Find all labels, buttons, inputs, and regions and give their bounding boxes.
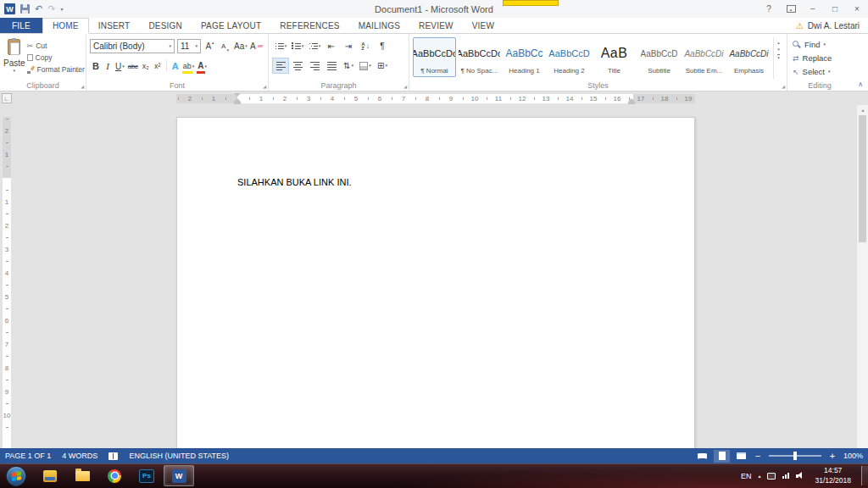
vertical-scrollbar[interactable]: ▴ (856, 105, 868, 448)
shrink-font-button[interactable]: A ▾ (219, 38, 231, 54)
sort-button[interactable]: A Z ↓ (357, 38, 374, 54)
find-button[interactable]: Find ▾ (793, 40, 849, 49)
tab-view[interactable]: VIEW (463, 18, 504, 33)
align-left-button[interactable] (272, 58, 289, 74)
styles-scroll-down-button[interactable]: ▾ (777, 47, 780, 52)
word-logo-icon[interactable]: W (4, 3, 15, 14)
tab-design[interactable]: DESIGN (139, 18, 192, 33)
styles-dialog-launcher[interactable]: ◢ (782, 85, 785, 89)
restore-button[interactable]: □ (824, 0, 846, 18)
replace-button[interactable]: ⇄ Replace (793, 53, 849, 63)
web-layout-button[interactable] (733, 450, 749, 463)
font-size-select[interactable]: 11 ▾ (177, 39, 201, 53)
zoom-slider-thumb[interactable] (793, 452, 797, 460)
style-heading-1[interactable]: AaBbCc Heading 1 (503, 37, 546, 77)
undo-button[interactable]: ↶ (35, 4, 42, 14)
tab-stop-selector[interactable]: ∟ (2, 93, 12, 103)
taskbar-word-button[interactable]: W (164, 465, 194, 486)
style-emphasis[interactable]: AaBbCcDi Emphasis (727, 37, 771, 77)
styles-more-button[interactable]: ▾ (777, 54, 780, 60)
clipboard-dialog-launcher[interactable]: ◢ (81, 85, 84, 89)
numbering-button[interactable]: ▾ (289, 38, 306, 54)
taskbar-yellow-app-button[interactable] (35, 465, 65, 486)
select-button[interactable]: ↖ Select ▾ (793, 67, 849, 76)
format-painter-button[interactable]: Format Painter (27, 65, 85, 74)
copy-button[interactable]: Copy (27, 53, 85, 62)
taskbar-chrome-button[interactable] (99, 465, 130, 486)
font-color-button[interactable]: A ▾ (196, 58, 209, 75)
paste-button[interactable]: Paste ▾ (3, 36, 25, 79)
change-case-button[interactable]: Aa ▾ (234, 38, 248, 54)
show-desktop-button[interactable] (861, 466, 868, 485)
zoom-out-button[interactable]: − (753, 451, 763, 461)
bullets-button[interactable]: ▾ (272, 38, 289, 54)
vertical-ruler[interactable]: 2112345678910 (0, 105, 14, 448)
decrease-indent-button[interactable]: ⇤ (323, 38, 340, 54)
zoom-slider[interactable] (769, 455, 821, 457)
clear-formatting-button[interactable]: A (250, 38, 263, 54)
display-tray-icon[interactable] (767, 473, 776, 480)
highlight-color-button[interactable]: ab ▾ (181, 58, 197, 75)
font-dialog-launcher[interactable]: ◢ (263, 85, 266, 89)
page-number-status[interactable]: PAGE 1 OF 1 (5, 452, 51, 460)
left-indent-marker[interactable] (234, 102, 241, 104)
first-line-indent-marker[interactable] (234, 93, 241, 97)
tab-mailings[interactable]: MAILINGS (349, 18, 409, 33)
style-normal[interactable]: AaBbCcDc ¶ Normal (413, 37, 456, 77)
increase-indent-button[interactable]: ⇥ (340, 38, 357, 54)
close-button[interactable]: × (846, 0, 868, 18)
taskbar-clock[interactable]: 14:57 31/12/2018 (811, 466, 854, 485)
zoom-percentage[interactable]: 100% (841, 452, 863, 460)
borders-button[interactable]: ⊞ ▾ (374, 58, 391, 74)
bold-button[interactable]: B (90, 58, 102, 75)
taskbar-photoshop-button[interactable]: Ps (131, 465, 162, 486)
print-layout-button[interactable] (714, 450, 730, 463)
style-title[interactable]: AaB Title (593, 37, 636, 77)
subscript-button[interactable]: x₂ (140, 58, 152, 75)
styles-scroll-up-button[interactable]: ▴ (777, 41, 780, 45)
align-right-button[interactable] (306, 58, 323, 74)
tab-review[interactable]: REVIEW (409, 18, 463, 33)
save-icon[interactable] (20, 4, 30, 14)
show-hide-formatting-button[interactable]: ¶ (374, 38, 391, 54)
paragraph-dialog-launcher[interactable]: ◢ (403, 85, 407, 89)
tab-page-layout[interactable]: PAGE LAYOUT (192, 18, 270, 33)
italic-button[interactable]: I (102, 58, 114, 75)
scrollbar-thumb[interactable] (859, 115, 866, 242)
grow-font-button[interactable]: A ▴ (203, 38, 216, 54)
start-button[interactable] (6, 466, 26, 486)
align-center-button[interactable] (289, 58, 306, 74)
shading-button[interactable]: ▾ (357, 58, 374, 74)
redo-button[interactable]: ↷ (47, 4, 55, 14)
zoom-in-button[interactable]: + (827, 451, 837, 461)
strikethrough-button[interactable]: abc (126, 58, 140, 75)
style-no-spacing[interactable]: AaBbCcDc ¶ No Spac... (458, 37, 501, 77)
superscript-button[interactable]: x² (152, 58, 164, 75)
minimize-button[interactable]: − (802, 0, 824, 18)
tab-references[interactable]: REFERENCES (270, 18, 348, 33)
style-heading-2[interactable]: AaBbCcD Heading 2 (548, 37, 591, 77)
collapse-ribbon-button[interactable]: ∧ (858, 80, 863, 88)
proofing-status-icon[interactable] (108, 452, 118, 460)
justify-button[interactable] (323, 58, 340, 74)
font-name-select[interactable]: Calibri (Body) ▾ (90, 39, 175, 53)
document-text[interactable]: SILAHKAN BUKA LINK INI. (237, 177, 352, 187)
hidden-icons-button[interactable]: ▴ (758, 473, 760, 479)
style-subtle-emphasis[interactable]: AaBbCcDi Subtle Em... (682, 37, 726, 77)
language-status[interactable]: ENGLISH (UNITED STATES) (129, 452, 229, 460)
network-tray-icon[interactable] (782, 473, 789, 479)
volume-tray-icon[interactable] (796, 472, 804, 480)
language-indicator[interactable]: EN (741, 472, 752, 480)
underline-button[interactable]: U ▾ (114, 58, 126, 75)
customize-qat-button[interactable]: ▾ (60, 6, 63, 12)
tab-file[interactable]: FILE (0, 18, 42, 33)
tab-home[interactable]: HOME (42, 18, 89, 34)
help-button[interactable]: ? (758, 0, 780, 18)
cut-button[interactable]: ✂ Cut (27, 42, 85, 50)
line-spacing-button[interactable]: ⇅ ▾ (340, 58, 357, 74)
document-page[interactable]: SILAHKAN BUKA LINK INI. (176, 117, 695, 448)
text-effects-button[interactable]: A (170, 58, 181, 75)
ribbon-display-options-button[interactable]: ▴ (780, 0, 802, 18)
account-button[interactable]: ⚠ Dwi A. Lestari (796, 18, 868, 33)
multilevel-list-button[interactable]: ▾ (306, 38, 323, 54)
